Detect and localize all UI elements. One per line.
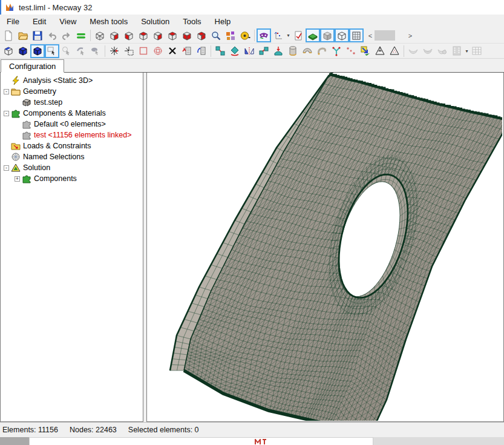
- tree-item-components[interactable]: -Components & Materials: [1, 108, 143, 119]
- tree-item-named[interactable]: Named Selections: [1, 151, 143, 162]
- measure-button[interactable]: [238, 28, 252, 42]
- mirror-button[interactable]: [242, 44, 257, 58]
- loads-icon: [11, 141, 21, 151]
- tree-item-geometry[interactable]: -Geometry: [1, 86, 143, 97]
- app-icon: [5, 2, 15, 12]
- animation-button[interactable]: [450, 44, 464, 58]
- tree-item-label: Loads & Constraints: [23, 142, 91, 150]
- merge-nodes-button[interactable]: [213, 44, 227, 58]
- save-button[interactable]: [30, 28, 45, 42]
- toolbar-scrollbar[interactable]: < >: [366, 29, 414, 42]
- open-file-button[interactable]: [16, 28, 30, 42]
- tree-item-label: Default <0 elements>: [34, 120, 106, 128]
- show-wireframe-toggle[interactable]: [335, 28, 349, 42]
- view-right-button[interactable]: [151, 28, 165, 42]
- red-cube-icon: [109, 30, 120, 41]
- view-isometric-button[interactable]: [93, 28, 107, 42]
- shell-single-button[interactable]: [406, 44, 421, 58]
- add-element-button[interactable]: [122, 44, 136, 58]
- tab-configuration[interactable]: Configuration: [1, 59, 64, 73]
- delete-button[interactable]: [165, 44, 180, 58]
- view-left-button[interactable]: [136, 28, 151, 42]
- select-solid-button[interactable]: [16, 44, 30, 58]
- scroll-thumb[interactable]: [375, 30, 395, 41]
- pattern-button[interactable]: [344, 44, 358, 58]
- sphere-select-button[interactable]: [151, 44, 165, 58]
- import-mesh-button[interactable]: [358, 44, 373, 58]
- tree-expander[interactable]: -: [4, 111, 9, 116]
- select-rectangle-toggle[interactable]: [45, 44, 59, 58]
- tree-expander[interactable]: -: [4, 165, 9, 171]
- view-back-button[interactable]: [122, 28, 136, 42]
- sweep-button[interactable]: [315, 44, 329, 58]
- menu-edit[interactable]: Edit: [26, 16, 53, 27]
- show-solid-toggle[interactable]: [306, 28, 320, 42]
- delete-x-icon: [167, 45, 178, 56]
- select-faces-button[interactable]: [1, 44, 16, 58]
- tree-item-default[interactable]: Default <0 elements>: [1, 119, 143, 130]
- scroll-right-arrow[interactable]: >: [406, 32, 414, 39]
- menu-tools[interactable]: Tools: [176, 16, 208, 27]
- tree-item-test[interactable]: test <11156 elements linked>: [1, 130, 143, 140]
- numbering-button[interactable]: [271, 28, 286, 42]
- view-corner-button[interactable]: [194, 28, 209, 42]
- extrude-button[interactable]: [271, 44, 286, 58]
- branch-button[interactable]: [329, 44, 344, 58]
- sketch-icon: [293, 30, 304, 41]
- numbering-dropdown-caret[interactable]: ▾: [286, 33, 291, 38]
- menu-view[interactable]: View: [53, 16, 83, 27]
- tree-item-test.step[interactable]: test.step: [1, 97, 143, 108]
- tree-item-components[interactable]: +Components: [1, 173, 143, 184]
- viewport-canvas[interactable]: [147, 73, 502, 421]
- select-elements-toggle[interactable]: [30, 44, 45, 58]
- show-shaded-toggle[interactable]: [320, 28, 335, 42]
- undo-button[interactable]: [45, 28, 59, 42]
- viewport-panel: [146, 73, 504, 422]
- zoom-box-button[interactable]: [209, 28, 223, 42]
- show-element-surfaces-toggle[interactable]: [349, 28, 364, 42]
- tree-item-solution[interactable]: -Solution: [1, 162, 143, 173]
- view-bottom-button[interactable]: [180, 28, 194, 42]
- rotate-copy-button[interactable]: [227, 44, 242, 58]
- puzzle-gray-icon: [22, 119, 31, 129]
- renumber-elements-button[interactable]: [194, 44, 209, 58]
- renumber-nodes-button[interactable]: [180, 44, 194, 58]
- model-tree: Analysis <Static 3D>-Geometrytest.step-C…: [0, 73, 143, 422]
- table-button[interactable]: [470, 44, 484, 58]
- shell-view-button[interactable]: [435, 44, 450, 58]
- shell-layered-button[interactable]: [421, 44, 435, 58]
- toolbar-mesh: ▾: [0, 43, 504, 59]
- tree-item-loads[interactable]: Loads & Constraints: [1, 140, 143, 151]
- toolbar-standard: ▾ < >: [0, 28, 504, 43]
- face-select-button[interactable]: [136, 44, 151, 58]
- scroll-left-arrow[interactable]: <: [366, 32, 375, 39]
- menu-mesh-tools[interactable]: Mesh tools: [83, 16, 134, 27]
- revolve-button[interactable]: [300, 44, 315, 58]
- pan-view-button[interactable]: [88, 44, 103, 58]
- refine-coarse-button[interactable]: [373, 44, 387, 58]
- tree-item-analysis[interactable]: Analysis <Static 3D>: [1, 75, 143, 86]
- sketch-plane-button[interactable]: [291, 28, 306, 42]
- select-circle-button[interactable]: [59, 44, 74, 58]
- rotate-cursor-icon: [76, 45, 87, 56]
- fit-window-button[interactable]: [223, 28, 238, 42]
- menu-file[interactable]: File: [0, 16, 26, 27]
- mesh-cube-icon: [351, 30, 362, 41]
- refine-fine-button[interactable]: [387, 44, 402, 58]
- solve-button[interactable]: [74, 28, 88, 42]
- rotate-view-button[interactable]: [74, 44, 88, 58]
- hide-surface-toggle[interactable]: [257, 28, 271, 42]
- view-top-button[interactable]: [165, 28, 180, 42]
- menu-solution[interactable]: Solution: [134, 16, 176, 27]
- title-bar: test.liml - Mecway 32: [0, 0, 504, 15]
- tree-expander[interactable]: -: [4, 89, 9, 94]
- cylinder-button[interactable]: [286, 44, 300, 58]
- add-node-button[interactable]: [107, 44, 122, 58]
- redo-button[interactable]: [59, 28, 74, 42]
- view-front-button[interactable]: [107, 28, 122, 42]
- new-file-button[interactable]: [1, 28, 16, 42]
- animation-dropdown-caret[interactable]: ▾: [464, 48, 470, 54]
- menu-help[interactable]: Help: [208, 16, 238, 27]
- tree-expander[interactable]: +: [15, 176, 20, 182]
- move-copy-button[interactable]: [257, 44, 271, 58]
